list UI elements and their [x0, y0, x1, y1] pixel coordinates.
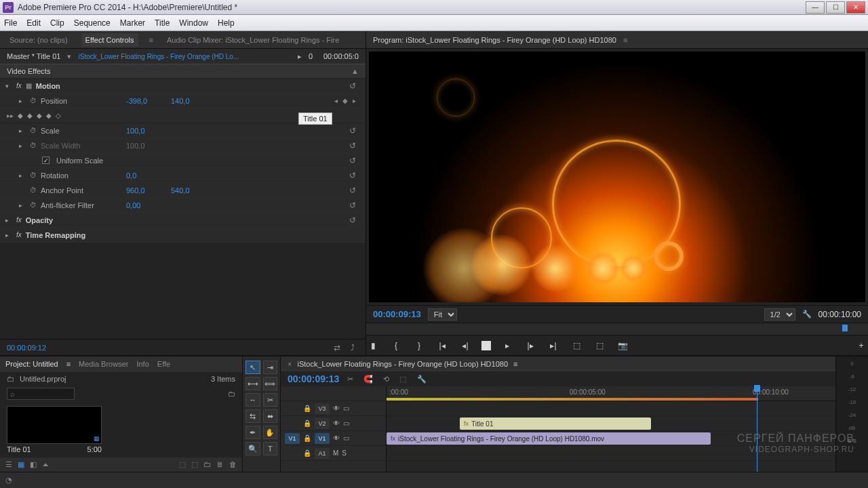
rolling-tool[interactable]: ⟺ — [263, 377, 278, 390]
mute-icon[interactable]: ▭ — [343, 434, 349, 442]
stopwatch-icon[interactable]: ⏱ — [30, 171, 37, 179]
fit-dropdown[interactable]: Fit — [428, 308, 457, 321]
ripple-tool[interactable]: ⟷ — [245, 377, 260, 390]
trash-icon[interactable]: 🗑 — [229, 460, 237, 468]
keyframe-diamond-icon[interactable]: ◆ — [37, 112, 42, 119]
menu-file[interactable]: File — [4, 18, 17, 28]
export-frame-button[interactable]: 📷 — [616, 340, 629, 352]
disclosure-icon[interactable]: ▸ — [19, 202, 26, 209]
scale-value[interactable]: 100,0 — [126, 127, 167, 135]
keyframe-nav[interactable]: ◂ ◆ ▸ — [334, 97, 360, 104]
rate-stretch-tool[interactable]: ↔ — [245, 393, 260, 407]
keyframe-diamond-icon[interactable]: ◇ — [56, 112, 61, 119]
lock-icon[interactable]: 🔒 — [303, 449, 311, 457]
program-timecode[interactable]: 00:00:09:13 — [373, 309, 421, 319]
reset-icon[interactable]: ↺ — [349, 201, 360, 210]
collapse-icon[interactable]: ▲ — [351, 67, 359, 75]
wrench-icon[interactable]: 🔧 — [802, 310, 812, 319]
minimize-button[interactable]: — — [806, 1, 825, 14]
disclosure-icon[interactable]: ▸ — [19, 127, 26, 134]
razor-tool[interactable]: ✂ — [263, 393, 278, 407]
tab-info[interactable]: Info — [136, 360, 149, 368]
lock-icon[interactable]: 🔒 — [303, 434, 311, 442]
timeline-tools[interactable]: ✂ 🧲 ⟲ ⬚ 🔧 — [347, 375, 430, 384]
master-clip-label[interactable]: Master * Title 01 — [7, 52, 60, 60]
menu-marker[interactable]: Marker — [120, 18, 145, 28]
reset-icon[interactable]: ↺ — [349, 126, 360, 136]
uniform-scale-checkbox[interactable]: ✓ — [42, 157, 50, 164]
hand-tool[interactable]: ✋ — [263, 426, 278, 439]
type-tool[interactable]: T — [263, 442, 278, 455]
antiflicker-value[interactable]: 0,00 — [126, 201, 167, 209]
find-icon[interactable]: ⬚ — [191, 460, 198, 469]
menu-sequence[interactable]: Sequence — [74, 18, 111, 28]
panel-menu-icon[interactable]: ≡ — [149, 36, 153, 44]
automate-icon[interactable]: ⬚ — [179, 460, 186, 469]
close-button[interactable]: ✕ — [846, 1, 865, 14]
eye-icon[interactable]: 👁 — [333, 420, 340, 427]
disclosure-icon[interactable]: ▸ — [5, 232, 12, 239]
disclosure-icon[interactable]: ▾ — [5, 83, 12, 89]
panel-menu-icon[interactable]: ≡ — [513, 360, 517, 368]
lift-button[interactable]: ⬚ — [570, 340, 583, 352]
stopwatch-icon[interactable]: ⏱ — [30, 97, 37, 104]
tab-media-browser[interactable]: Media Browser — [79, 360, 128, 368]
mute-icon[interactable]: ▭ — [343, 405, 349, 412]
resolution-dropdown[interactable]: 1/2 — [764, 308, 795, 321]
stopwatch-icon[interactable]: ⏱ — [30, 201, 37, 209]
track-target-v3[interactable]: V3 — [315, 403, 330, 414]
play-button[interactable]: ▸ — [500, 340, 514, 352]
opacity-label[interactable]: Opacity — [26, 216, 53, 224]
slip-tool[interactable]: ⇆ — [245, 409, 260, 423]
step-fwd-button[interactable]: |▸ — [524, 340, 537, 352]
extract-button[interactable]: ⬚ — [593, 340, 606, 352]
source-patch-v1[interactable]: V1 — [285, 433, 300, 444]
keyframe-diamond-icon[interactable]: ◆ — [27, 112, 33, 119]
menu-window[interactable]: Window — [179, 18, 208, 28]
keyframe-diamond-icon[interactable]: ◆ — [18, 112, 23, 119]
project-item[interactable]: ▦ Title 01 5:00 — [7, 406, 102, 453]
tab-project[interactable]: Project: Untitled — [5, 360, 58, 368]
freeform-icon[interactable]: ◧ — [30, 460, 37, 469]
work-area-bar[interactable] — [387, 398, 758, 401]
timeline-timecode[interactable]: 00:00:09:13 — [288, 373, 339, 384]
play-icon[interactable]: ▸ — [298, 52, 302, 61]
track-target-a1[interactable]: A1 — [315, 448, 330, 459]
track-v3[interactable] — [387, 401, 835, 416]
thumbnail[interactable]: ▦ — [7, 406, 102, 444]
stopwatch-icon[interactable]: ⏱ — [30, 186, 37, 194]
mute-icon[interactable]: ▭ — [343, 420, 349, 427]
sequence-link[interactable]: iStock_Lower Floating Rings - Firey Oran… — [78, 53, 239, 60]
add-button[interactable]: + — [854, 340, 868, 352]
mark-in-button[interactable]: ▮ — [366, 340, 380, 352]
out-point-marker[interactable] — [842, 325, 848, 331]
pen-tool[interactable]: ✒ — [245, 426, 260, 439]
close-seq-icon[interactable]: × — [288, 360, 292, 368]
solo-buttons[interactable]: S S — [848, 438, 856, 444]
step-back-button[interactable]: ◂| — [458, 340, 472, 352]
panel-menu-icon[interactable]: ≡ — [623, 36, 627, 44]
clip-title01[interactable]: fxTitle 01 — [460, 418, 651, 430]
anchor-y[interactable]: 540,0 — [171, 186, 212, 195]
mark-out-button[interactable]: { — [389, 340, 403, 352]
go-to-in-button[interactable]: |◂ — [435, 340, 449, 352]
new-bin-icon[interactable]: 🗀 — [228, 390, 235, 398]
new-bin-button[interactable]: 🗀 — [203, 460, 211, 468]
lock-icon[interactable]: 🔒 — [303, 420, 311, 427]
fx-badge-icon[interactable]: fx — [16, 82, 22, 89]
position-x[interactable]: -398,0 — [126, 97, 167, 105]
tab-effect-controls[interactable]: Effect Controls — [81, 33, 138, 47]
go-to-out-button[interactable]: ▸| — [547, 340, 560, 352]
timeline-ruler[interactable]: :00:00 00:00:05:00 00:00:10:00 — [387, 386, 835, 401]
track-v1[interactable]: fxiStock_Lower Floating Rings - Firey Or… — [387, 431, 835, 446]
search-input[interactable] — [7, 388, 75, 400]
track-a1[interactable] — [387, 446, 835, 461]
tab-effects[interactable]: Effe — [157, 360, 170, 368]
menu-clip[interactable]: Clip — [50, 18, 64, 28]
playhead[interactable] — [757, 386, 757, 472]
stopwatch-icon[interactable]: ⏱ — [30, 127, 37, 134]
clip-video[interactable]: fxiStock_Lower Floating Rings - Firey Or… — [387, 432, 711, 445]
menu-edit[interactable]: Edit — [26, 18, 41, 28]
track-v2[interactable]: fxTitle 01 — [387, 416, 835, 431]
program-ruler[interactable] — [366, 323, 868, 335]
